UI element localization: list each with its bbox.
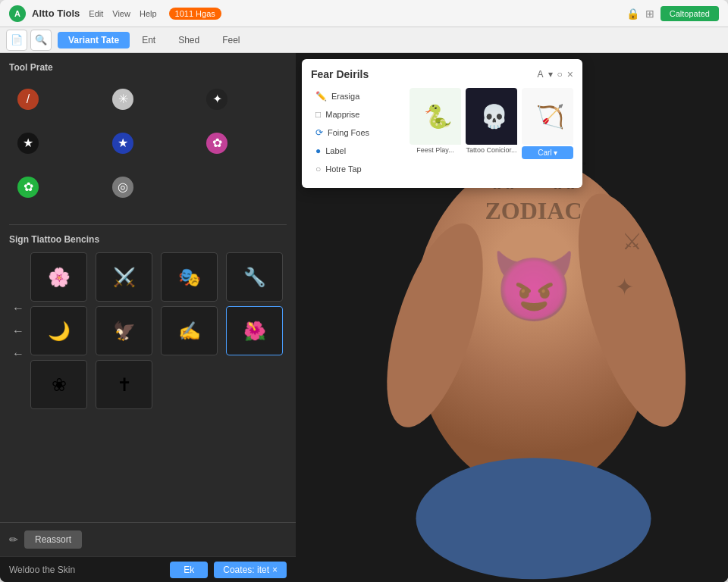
arrow-up-3[interactable]: ← [9,344,27,364]
tool-leaf-green[interactable]: ✿ [9,168,47,206]
feat-menu-foing-foes[interactable]: ⟳ Foing Foes [311,124,402,141]
feat-menu-label-label: Label [325,146,346,155]
toolbar: 📄 🔍 Variant Tate Ent Shed Feel [0,27,728,53]
feat-thumb-btn-3[interactable]: Carl ▾ [522,146,573,159]
feat-menu: ✏️ Erasiga □ Mapprise ⟳ Foing Foes ● Lab… [311,88,402,179]
tool-palette: Tool Prate / ✳ ✦ ★ ★ ✿ ✿ ◎ [0,53,296,224]
right-panel: Fear Deirils A ▾ ○ × ✏️ Erasiga □ Mappri… [296,53,728,582]
search-button[interactable]: 🔍 [30,30,52,51]
svg-text:✿: ✿ [212,136,222,149]
counter-badge: 1011 Hgas [169,8,221,20]
feat-menu-label-mapprise: Mapprise [325,110,359,119]
tool-cross[interactable]: ✦ [198,80,236,118]
grid-icon: ⊞ [645,8,654,20]
feat-designs-panel: Fear Deirils A ▾ ○ × ✏️ Erasiga □ Mappri… [302,59,582,188]
app-logo: A [9,5,26,22]
feat-menu-label-erasiga: Erasiga [331,92,359,101]
feat-panel-title: Fear Deirils [311,68,538,80]
feat-thumb-2[interactable]: 💀Tattoo Conicior... [466,88,517,179]
new-document-button[interactable]: 📄 [6,30,27,51]
sign-item-6[interactable]: 🦅 [96,306,152,355]
sign-item-5[interactable]: 🌙 [30,306,87,355]
title-menu: Edit View Help [89,9,156,18]
app-window: A Altto Tiols Edit View Help 1011 Hgas 🔒… [0,0,728,582]
feat-panel-header: Fear Deirils A ▾ ○ × [311,68,573,80]
sign-item-9[interactable]: ❀ [30,360,87,409]
chevron-down-icon[interactable]: ▾ [548,69,553,80]
sign-item-7[interactable]: ✍️ [161,306,218,355]
menu-edit[interactable]: Edit [89,9,103,18]
tab-shed[interactable]: Shed [168,32,210,48]
sign-grid: 🌸⚔️🎭🔧🌙🦅✍️🌺❀✝ [30,252,287,409]
feat-menu-label[interactable]: ● Label [311,142,402,159]
menu-view[interactable]: View [112,9,130,18]
sign-item-10[interactable]: ✝ [96,360,152,409]
title-bar-right: 🔒 ⊞ Caltopated [626,6,719,21]
close-small[interactable]: × [272,565,278,575]
feat-thumb-label-2: Tattoo Conicior... [466,146,517,154]
feat-thumb-1[interactable]: 🐍Feest Play... [410,88,461,179]
toolbar-tabs: Variant Tate Ent Shed Feel [58,32,251,48]
app-title: Altto Tiols [32,8,80,19]
tool-grid: / ✳ ✦ ★ ★ ✿ ✿ ◎ [9,80,287,206]
feat-thumb-3[interactable]: 🏹Carl ▾ [522,88,573,179]
tool-star-glow[interactable]: ✳ [104,80,142,118]
sign-item-2[interactable]: ⚔️ [96,252,152,302]
feat-menu-mapprise[interactable]: □ Mapprise [311,106,402,123]
sign-left-area: ← ← ← [9,299,27,364]
svg-text:✳: ✳ [118,92,127,105]
search-feat-icon[interactable]: ○ [557,69,563,80]
ok-button[interactable]: Ek [170,562,208,578]
title-bar: A Altto Tiols Edit View Help 1011 Hgas 🔒… [0,0,728,27]
feat-panel-body: ✏️ Erasiga □ Mapprise ⟳ Foing Foes ● Lab… [311,88,573,179]
tool-star-black[interactable]: ★ [9,124,47,162]
arrow-up-1[interactable]: ← [9,299,27,318]
sign-section: Sign Tiattoo Bencins ← ← ← 🌸⚔️🎭🔧🌙🦅✍️🌺❀✝ [0,225,296,522]
svg-text:✿: ✿ [24,180,33,193]
sign-grid-container: ← ← ← 🌸⚔️🎭🔧🌙🦅✍️🌺❀✝ [9,252,287,409]
sign-item-8[interactable]: 🌺 [226,306,283,355]
feat-menu-label-foing-foes: Foing Foes [328,128,369,137]
svg-text:★: ★ [23,136,33,149]
sort-label[interactable]: A [538,69,544,80]
feat-thumbnails: 🐍Feest Play...💀Tattoo Conicior...🏹Carl ▾ [410,88,573,179]
tool-star-blue[interactable]: ★ [104,124,142,162]
svg-text:/: / [27,92,30,105]
svg-text:◎: ◎ [118,180,128,193]
status-right: Ek Coates: itet × [170,562,287,578]
feat-thumb-label-1: Feest Play... [410,146,461,154]
sign-title: Sign Tiattoo Bencins [9,234,287,245]
export-button[interactable]: Caltopated [661,6,719,21]
tab-feel[interactable]: Feel [212,32,250,48]
feat-menu-label-hotre-tap: Hotre Tap [325,164,362,174]
left-bottom-bar: ✏ Reassort [0,522,296,556]
create-button[interactable]: Coates: itet × [214,562,287,578]
sign-item-3[interactable]: 🎭 [161,252,218,302]
sign-item-1[interactable]: 🌸 [30,252,87,302]
tool-compass[interactable]: ◎ [104,168,142,206]
feat-menu-erasiga[interactable]: ✏️ Erasiga [311,88,402,105]
main-content: Tool Prate / ✳ ✦ ★ ★ ✿ ✿ ◎ Sign Tiattoo … [0,53,728,582]
svg-text:★: ★ [118,136,128,149]
pencil-icon: ✏ [9,534,18,546]
tab-variant[interactable]: Variant Tate [58,32,130,48]
tab-ent[interactable]: Ent [131,32,166,48]
menu-help[interactable]: Help [140,9,157,18]
lock-icon: 🔒 [626,8,639,20]
sign-item-4[interactable]: 🔧 [226,252,283,302]
tool-palette-title: Tool Prate [9,62,287,73]
arrow-up-2[interactable]: ← [9,321,27,341]
tool-brush[interactable]: / [9,80,47,118]
status-bar: Weldoo the Skin Ek Coates: itet × [0,556,296,582]
svg-text:✦: ✦ [212,92,222,105]
reassort-button[interactable]: Reassort [24,530,82,549]
feat-close-button[interactable]: × [567,68,573,80]
left-panel: Tool Prate / ✳ ✦ ★ ★ ✿ ✿ ◎ Sign Tiattoo … [0,53,296,582]
tool-flower-pink[interactable]: ✿ [198,124,236,162]
status-text: Weldoo the Skin [9,565,75,575]
feat-panel-actions: A ▾ ○ × [538,68,573,80]
feat-menu-hotre-tap[interactable]: ○ Hotre Tap [311,161,402,177]
